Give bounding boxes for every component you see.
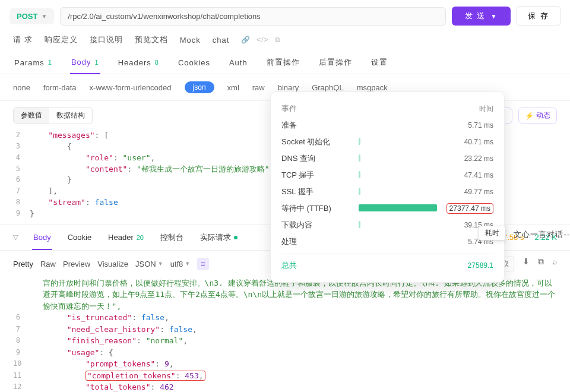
nav-chat[interactable]: chat xyxy=(213,36,230,45)
body-badge: 1 xyxy=(95,59,99,66)
code-punc: ], xyxy=(48,186,58,195)
search-icon[interactable]: ⌕ xyxy=(552,257,557,271)
header-tab-label: Header xyxy=(108,233,134,242)
code-str: "normal" xyxy=(146,336,183,345)
url-input[interactable] xyxy=(60,7,445,26)
timing-row: 等待中 (TTFB)27377.47 ms xyxy=(281,200,493,217)
timing-row: 准备5.71 ms xyxy=(281,117,493,134)
response-text: 宫的开放时间和门票价格，以便做好行程安排。\n3. 建议穿着舒适的鞋子和服装，以… xyxy=(43,279,555,311)
tab-headers[interactable]: Headers 8 xyxy=(117,51,160,74)
code-icon[interactable]: </> xyxy=(256,36,268,44)
collapse-toggle-icon[interactable]: ▽ xyxy=(13,233,18,241)
code-num: 9 xyxy=(164,359,169,368)
format-icon[interactable]: ≡ xyxy=(197,258,209,270)
bodytype-binary[interactable]: binary xyxy=(278,83,299,92)
code-punc: , xyxy=(151,153,156,162)
data-structure-mode[interactable]: 数据结构 xyxy=(49,108,92,124)
nav-mock[interactable]: Mock xyxy=(180,36,201,45)
http-method-label: POST xyxy=(17,12,37,21)
code-key: "total_tokens" xyxy=(86,382,151,391)
copy-icon[interactable]: ⧉ xyxy=(538,257,544,271)
tab-auth[interactable]: Auth xyxy=(228,51,249,74)
tab-pre-actions[interactable]: 前置操作 xyxy=(265,51,301,74)
tab-params[interactable]: Params 1 xyxy=(13,51,53,74)
nav-request[interactable]: 请 求 xyxy=(13,34,33,45)
http-method-selector[interactable]: POST ▼ xyxy=(10,8,54,24)
bodytype-urlencoded[interactable]: x-www-form-urlencoded xyxy=(90,83,172,92)
code-key: "completion_tokens" xyxy=(87,371,176,380)
code-punc: : xyxy=(86,198,95,207)
bodytype-graphql[interactable]: GraphQL xyxy=(312,83,343,92)
bodytype-msgpack[interactable]: msgpack xyxy=(357,83,388,92)
response-tab-actual[interactable]: 实际请求 xyxy=(199,225,239,250)
timing-total-value: 27589.1 xyxy=(437,261,493,270)
chevron-down-icon: ▼ xyxy=(490,13,498,20)
code-key: "messages" xyxy=(48,131,94,140)
view-raw[interactable]: Raw xyxy=(40,260,56,268)
timing-row: 下载内容39.15 ms xyxy=(281,217,493,233)
code-punc: : xyxy=(127,165,137,173)
send-button[interactable]: 发 送 ▼ xyxy=(452,7,511,26)
params-badge: 1 xyxy=(48,59,52,66)
tab-settings[interactable]: 设置 xyxy=(370,51,389,74)
bodytype-none[interactable]: none xyxy=(13,83,30,92)
timing-label: 下载内容 xyxy=(281,220,359,230)
code-kw: false xyxy=(169,325,192,334)
header-tab-badge: 20 xyxy=(137,234,144,241)
code-punc: : [ xyxy=(95,131,109,140)
view-preview[interactable]: Preview xyxy=(63,260,90,268)
format-select[interactable]: JSON▼ xyxy=(135,260,163,268)
response-tab-header[interactable]: Header 20 xyxy=(107,226,145,249)
tab-headers-label: Headers xyxy=(118,58,151,67)
code-key: "role" xyxy=(86,153,113,162)
timing-value: 5.71 ms xyxy=(437,121,493,129)
tab-post-actions[interactable]: 后置操作 xyxy=(318,51,353,74)
timing-label: SSL 握手 xyxy=(281,186,359,197)
encoding-select[interactable]: utf8▼ xyxy=(170,260,191,268)
copy-icon[interactable]: ⧉ xyxy=(275,36,281,44)
timing-label: 准备 xyxy=(281,120,359,131)
bodytype-formdata[interactable]: form-data xyxy=(43,83,77,92)
tab-cookies[interactable]: Cookies xyxy=(177,51,211,74)
timing-value: 27377.47 ms xyxy=(437,204,493,213)
response-tab-cookie[interactable]: Cookie xyxy=(66,226,93,249)
response-tab-console[interactable]: 控制台 xyxy=(159,225,185,250)
timing-label: Socket 初始化 xyxy=(281,137,359,147)
timing-label: DNS 查询 xyxy=(281,153,359,164)
timing-bar xyxy=(359,188,360,195)
timing-row: DNS 查询23.22 ms xyxy=(281,150,493,167)
response-tab-body[interactable]: Body xyxy=(32,226,52,250)
code-num: 453 xyxy=(185,371,198,380)
dyn-val-label: 动态 xyxy=(536,110,550,121)
code-str: "user" xyxy=(123,153,151,162)
completion-tokens-highlight: "completion_tokens": 453, xyxy=(86,371,205,381)
link-icon[interactable]: 🔗 xyxy=(241,36,251,44)
download-icon[interactable]: ⬇ xyxy=(522,257,530,271)
code-key: "is_truncated" xyxy=(67,313,132,322)
bodytype-xml[interactable]: xml xyxy=(227,83,239,92)
param-value-mode[interactable]: 参数值 xyxy=(14,108,49,124)
nav-preview-doc[interactable]: 预览文档 xyxy=(135,34,168,45)
tab-body[interactable]: Body 1 xyxy=(70,51,100,74)
code-punc: } xyxy=(30,209,34,218)
view-pretty[interactable]: Pretty xyxy=(13,260,33,268)
timing-label: 等待中 (TTFB) xyxy=(281,203,359,214)
dynamic-value-button[interactable]: ⚡ 动态 xyxy=(518,108,557,124)
timing-value: 49.77 ms xyxy=(437,188,493,196)
view-visualize[interactable]: Visualize xyxy=(97,260,128,268)
timing-bar xyxy=(359,204,437,211)
chevron-down-icon: ▼ xyxy=(185,261,190,267)
nav-api-desc[interactable]: 接口说明 xyxy=(90,34,123,45)
time-tooltip: 耗时 xyxy=(479,226,506,241)
code-punc: } xyxy=(67,175,72,184)
format-label: JSON xyxy=(135,260,156,268)
timing-header-time: 时间 xyxy=(437,104,493,114)
code-key: "usage" xyxy=(67,348,100,357)
nav-response-def[interactable]: 响应定义 xyxy=(45,34,78,45)
bodytype-raw[interactable]: raw xyxy=(252,83,265,92)
headers-badge: 8 xyxy=(155,59,159,66)
side-label: 文心一言对话-- xyxy=(514,229,570,240)
response-body-viewer[interactable]: 宫的开放时间和门票价格，以便做好行程安排。\n3. 建议穿着舒适的鞋子和服装，以… xyxy=(0,277,570,392)
bodytype-json[interactable]: json xyxy=(185,81,214,93)
save-button[interactable]: 保 存 xyxy=(517,6,560,26)
